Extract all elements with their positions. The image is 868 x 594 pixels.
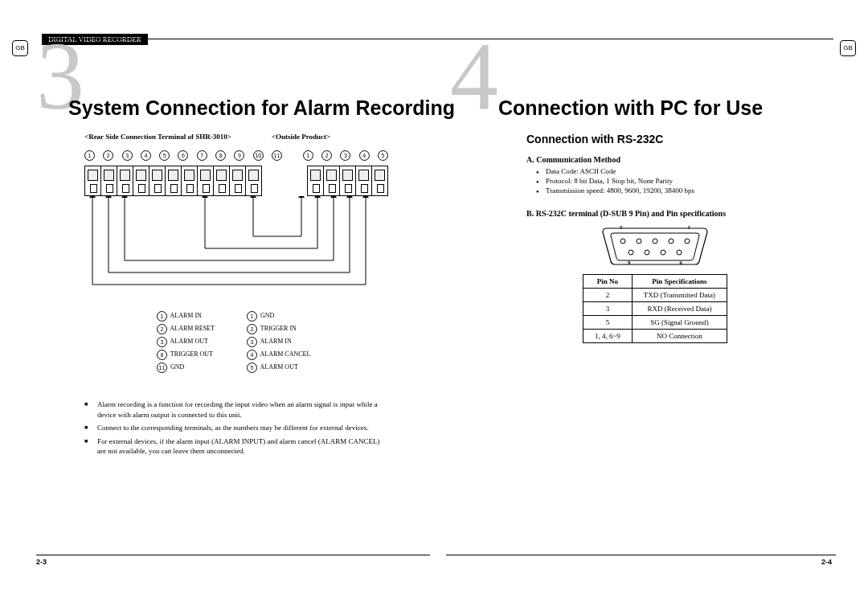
terminal-cell xyxy=(85,166,101,195)
terminal-cell xyxy=(117,166,133,195)
note-item: Connect to the corresponding terminals, … xyxy=(84,423,390,433)
terminal-number: 9 xyxy=(234,150,244,161)
terminal-label-rear: <Rear Side Connection Terminal of SHR-30… xyxy=(84,133,231,141)
wiring-diagram xyxy=(84,196,390,301)
legend-column-1: 1 ALARM IN2 ALARM RESET3 ALARM OUT8 TRIG… xyxy=(157,309,215,375)
svg-point-18 xyxy=(677,250,682,255)
footer-rule-right xyxy=(446,555,836,555)
svg-marker-8 xyxy=(346,196,353,198)
terminal-number: 5 xyxy=(159,150,170,161)
pin-table-head-no: Pin No xyxy=(583,275,632,289)
dsub-pin-5-label: 5 xyxy=(620,224,623,231)
terminal-number: 7 xyxy=(197,150,207,161)
table-row: 1, 4, 6~9NO Connection xyxy=(583,330,727,343)
terminal-number: 2 xyxy=(103,150,113,161)
svg-point-17 xyxy=(661,250,665,255)
gb-badge-left: GB xyxy=(12,40,28,56)
terminal-block-outside xyxy=(307,166,388,196)
svg-point-14 xyxy=(685,239,690,244)
legend-column-2: 1 GND2 TRIGGER IN3 ALARM IN4 ALARM CANCE… xyxy=(247,309,310,375)
terminal-number: 11 xyxy=(272,150,282,161)
svg-marker-0 xyxy=(89,196,96,198)
terminal-number: 4 xyxy=(141,150,151,161)
legend-item: 8 TRIGGER OUT xyxy=(157,350,215,360)
section-heading-rs232c: Connection with RS-232C xyxy=(526,133,784,145)
svg-marker-9 xyxy=(362,196,369,198)
note-item: Alarm recording is a function for record… xyxy=(84,399,390,420)
terminal-cell xyxy=(166,166,182,195)
terminal-number: 4 xyxy=(359,150,370,161)
page-number-left: 2-3 xyxy=(36,558,47,566)
terminal-cell xyxy=(101,166,117,195)
dsub-connector-diagram: 5 1 9 6 xyxy=(599,226,711,266)
terminal-cell xyxy=(198,166,214,195)
terminal-number: 3 xyxy=(340,150,350,161)
footer-rule-left xyxy=(36,555,430,555)
terminal-cell xyxy=(214,166,230,195)
gb-badge-right: GB xyxy=(840,40,856,56)
dsub-pin-9-label: 9 xyxy=(628,260,631,266)
table-row: 5SG (Signal Ground) xyxy=(583,316,727,330)
terminal-cell xyxy=(230,166,246,195)
terminal-block-rear xyxy=(84,166,262,196)
notes-list: Alarm recording is a function for record… xyxy=(84,399,390,457)
svg-marker-3 xyxy=(202,196,208,198)
chapter-title-right: Connection with PC for Use xyxy=(498,96,763,120)
legend-item: 3 ALARM OUT xyxy=(157,337,215,347)
terminal-number: 5 xyxy=(378,150,388,161)
legend-item: 2 TRIGGER IN xyxy=(247,324,310,334)
legend-item: 1 GND xyxy=(247,311,310,322)
svg-marker-2 xyxy=(121,196,128,198)
table-row: 2TXD (Transmitted Data) xyxy=(583,289,727,302)
svg-point-13 xyxy=(669,239,674,244)
pin-spec-table: Pin No Pin Specifications 2TXD (Transmit… xyxy=(583,274,727,343)
legend-item: 3 ALARM IN xyxy=(247,337,310,347)
legend-item: 11 GND xyxy=(157,363,215,373)
terminal-number: 1 xyxy=(303,150,313,161)
svg-marker-1 xyxy=(105,196,112,198)
terminal-cell xyxy=(149,166,166,195)
svg-point-15 xyxy=(628,250,633,255)
legend-item: 2 ALARM RESET xyxy=(157,324,215,334)
svg-marker-5 xyxy=(298,196,305,198)
svg-point-11 xyxy=(637,239,641,244)
terminal-number: 3 xyxy=(122,150,133,161)
terminal-number: 1 xyxy=(84,150,95,161)
terminal-cell xyxy=(246,166,261,195)
legend-item: 4 ALARM CANCEL xyxy=(247,350,310,360)
page-number-right: 2-4 xyxy=(821,558,832,566)
legend-item: 1 ALARM IN xyxy=(157,311,215,322)
terminal-cell xyxy=(182,166,198,195)
left-page-content: <Rear Side Connection Terminal of SHR-30… xyxy=(84,133,390,460)
subheading-dsub: B. RS-232C terminal (D-SUB 9 Pin) and Pi… xyxy=(526,209,784,218)
right-page-content: Connection with RS-232C A. Communication… xyxy=(526,133,784,351)
svg-point-10 xyxy=(620,239,625,244)
legend-item: 5 ALARM OUT xyxy=(247,363,310,373)
dsub-pin-6-label: 6 xyxy=(680,260,683,266)
svg-marker-6 xyxy=(314,196,321,198)
bullet-item: Protocol: 8 bit Data, 1 Stop bit, None P… xyxy=(536,177,784,185)
chapter-title-left: System Connection for Alarm Recording xyxy=(68,96,455,120)
terminal-number: 8 xyxy=(215,150,226,161)
terminal-cell xyxy=(308,166,324,195)
table-row: 3RXD (Received Data) xyxy=(583,302,727,316)
terminal-cell xyxy=(340,166,356,195)
svg-point-12 xyxy=(653,239,657,244)
terminal-number: 6 xyxy=(178,150,188,161)
svg-point-16 xyxy=(645,250,649,255)
pin-table-head-spec: Pin Specifications xyxy=(632,275,727,289)
terminal-number: 2 xyxy=(321,150,332,161)
terminal-number: 10 xyxy=(253,150,264,161)
dsub-pin-1-label: 1 xyxy=(688,224,691,231)
terminal-cell xyxy=(324,166,340,195)
subheading-comm-method: A. Communication Method xyxy=(526,155,784,164)
chapter-number-4: 4 xyxy=(450,28,498,125)
terminal-label-outside: <Outside Product> xyxy=(272,133,330,141)
svg-marker-7 xyxy=(330,196,337,198)
header-rule xyxy=(42,39,833,39)
bullet-item: Data Code: ASCII Code xyxy=(536,167,784,175)
bullet-item: Transmission speed: 4800, 9600, 19200, 3… xyxy=(536,186,784,195)
terminal-cell xyxy=(356,166,372,195)
note-item: For external devices, if the alarm input… xyxy=(84,436,390,457)
terminal-cell xyxy=(133,166,149,195)
